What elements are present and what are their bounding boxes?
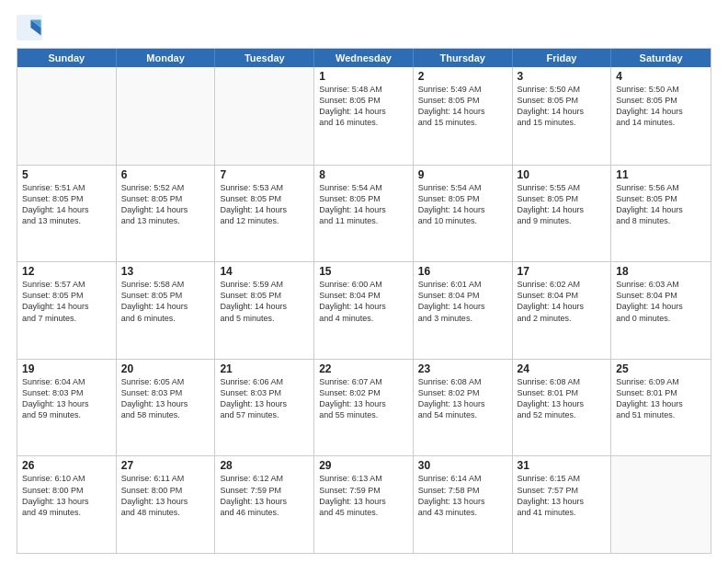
cal-cell: 11Sunrise: 5:56 AM Sunset: 8:05 PM Dayli… — [611, 166, 711, 262]
cell-day-number: 19 — [22, 362, 111, 375]
cell-day-number: 30 — [418, 459, 507, 472]
week-row-5: 26Sunrise: 6:10 AM Sunset: 8:00 PM Dayli… — [17, 455, 711, 553]
header-cell-thursday: Thursday — [414, 49, 513, 67]
cell-info: Sunrise: 6:12 AM Sunset: 7:59 PM Dayligh… — [220, 473, 309, 518]
cell-info: Sunrise: 5:58 AM Sunset: 8:05 PM Dayligh… — [121, 279, 210, 324]
cal-cell: 26Sunrise: 6:10 AM Sunset: 8:00 PM Dayli… — [17, 456, 117, 553]
cal-cell: 10Sunrise: 5:55 AM Sunset: 8:05 PM Dayli… — [513, 166, 612, 262]
cal-cell: 25Sunrise: 6:09 AM Sunset: 8:01 PM Dayli… — [611, 360, 711, 456]
week-row-1: 1Sunrise: 5:48 AM Sunset: 8:05 PM Daylig… — [17, 67, 711, 165]
header-cell-sunday: Sunday — [17, 49, 117, 67]
cell-day-number: 21 — [220, 362, 309, 375]
calendar: SundayMondayTuesdayWednesdayThursdayFrid… — [17, 48, 711, 554]
cal-cell — [611, 456, 711, 553]
cal-cell: 24Sunrise: 6:08 AM Sunset: 8:01 PM Dayli… — [513, 360, 612, 456]
cell-info: Sunrise: 6:08 AM Sunset: 8:01 PM Dayligh… — [518, 376, 607, 421]
header-cell-tuesday: Tuesday — [215, 49, 314, 67]
header-cell-wednesday: Wednesday — [314, 49, 414, 67]
cell-info: Sunrise: 6:11 AM Sunset: 8:00 PM Dayligh… — [121, 473, 210, 518]
calendar-header-row: SundayMondayTuesdayWednesdayThursdayFrid… — [17, 49, 711, 67]
cell-day-number: 15 — [319, 265, 408, 278]
cell-info: Sunrise: 6:00 AM Sunset: 8:04 PM Dayligh… — [319, 279, 408, 324]
cal-cell — [117, 67, 216, 165]
cal-cell: 28Sunrise: 6:12 AM Sunset: 7:59 PM Dayli… — [215, 456, 314, 553]
cell-info: Sunrise: 5:54 AM Sunset: 8:05 PM Dayligh… — [418, 182, 507, 227]
cal-cell: 14Sunrise: 5:59 AM Sunset: 8:05 PM Dayli… — [215, 262, 314, 359]
header-cell-monday: Monday — [117, 49, 216, 67]
cell-info: Sunrise: 6:06 AM Sunset: 8:03 PM Dayligh… — [220, 376, 309, 421]
cell-info: Sunrise: 6:09 AM Sunset: 8:01 PM Dayligh… — [616, 376, 706, 421]
cal-cell: 12Sunrise: 5:57 AM Sunset: 8:05 PM Dayli… — [17, 262, 117, 359]
cell-day-number: 24 — [518, 362, 607, 375]
cal-cell: 7Sunrise: 5:53 AM Sunset: 8:05 PM Daylig… — [215, 166, 314, 262]
cell-day-number: 9 — [418, 168, 507, 181]
cell-info: Sunrise: 6:05 AM Sunset: 8:03 PM Dayligh… — [121, 376, 210, 421]
cell-day-number: 16 — [418, 265, 507, 278]
cal-cell: 20Sunrise: 6:05 AM Sunset: 8:03 PM Dayli… — [117, 360, 216, 456]
cell-day-number: 23 — [418, 362, 507, 375]
header-cell-saturday: Saturday — [611, 49, 711, 67]
cell-info: Sunrise: 5:55 AM Sunset: 8:05 PM Dayligh… — [518, 182, 607, 227]
cell-day-number: 28 — [220, 459, 309, 472]
cal-cell: 4Sunrise: 5:50 AM Sunset: 8:05 PM Daylig… — [611, 67, 711, 165]
cell-info: Sunrise: 6:04 AM Sunset: 8:03 PM Dayligh… — [22, 376, 111, 421]
cell-info: Sunrise: 6:07 AM Sunset: 8:02 PM Dayligh… — [319, 376, 408, 421]
cal-cell: 29Sunrise: 6:13 AM Sunset: 7:59 PM Dayli… — [314, 456, 414, 553]
page: SundayMondayTuesdayWednesdayThursdayFrid… — [0, 0, 728, 563]
week-row-4: 19Sunrise: 6:04 AM Sunset: 8:03 PM Dayli… — [17, 359, 711, 456]
cell-day-number: 8 — [319, 168, 408, 181]
cell-info: Sunrise: 6:15 AM Sunset: 7:57 PM Dayligh… — [518, 473, 607, 518]
cell-day-number: 31 — [518, 459, 607, 472]
cal-cell — [17, 67, 117, 165]
cell-day-number: 10 — [518, 168, 607, 181]
cell-info: Sunrise: 6:02 AM Sunset: 8:04 PM Dayligh… — [518, 279, 607, 324]
week-row-2: 5Sunrise: 5:51 AM Sunset: 8:05 PM Daylig… — [17, 165, 711, 262]
cell-info: Sunrise: 5:53 AM Sunset: 8:05 PM Dayligh… — [220, 182, 309, 227]
cell-day-number: 4 — [616, 70, 706, 83]
cell-day-number: 2 — [418, 70, 507, 83]
cell-info: Sunrise: 6:14 AM Sunset: 7:58 PM Dayligh… — [418, 473, 507, 518]
week-row-3: 12Sunrise: 5:57 AM Sunset: 8:05 PM Dayli… — [17, 261, 711, 359]
cell-info: Sunrise: 5:56 AM Sunset: 8:05 PM Dayligh… — [616, 182, 706, 227]
cell-day-number: 11 — [616, 168, 706, 181]
cal-cell: 22Sunrise: 6:07 AM Sunset: 8:02 PM Dayli… — [314, 360, 414, 456]
cell-day-number: 25 — [616, 362, 706, 375]
cal-cell: 2Sunrise: 5:49 AM Sunset: 8:05 PM Daylig… — [414, 67, 513, 165]
cal-cell: 3Sunrise: 5:50 AM Sunset: 8:05 PM Daylig… — [513, 67, 612, 165]
cell-day-number: 17 — [518, 265, 607, 278]
cell-info: Sunrise: 6:13 AM Sunset: 7:59 PM Dayligh… — [319, 473, 408, 518]
cell-info: Sunrise: 5:50 AM Sunset: 8:05 PM Dayligh… — [616, 84, 706, 129]
cell-info: Sunrise: 5:50 AM Sunset: 8:05 PM Dayligh… — [518, 84, 607, 129]
logo-icon — [17, 15, 42, 40]
cal-cell: 1Sunrise: 5:48 AM Sunset: 8:05 PM Daylig… — [314, 67, 414, 165]
cal-cell: 27Sunrise: 6:11 AM Sunset: 8:00 PM Dayli… — [117, 456, 216, 553]
cell-info: Sunrise: 6:08 AM Sunset: 8:02 PM Dayligh… — [418, 376, 507, 421]
cal-cell — [215, 67, 314, 165]
cell-day-number: 12 — [22, 265, 111, 278]
cell-day-number: 6 — [121, 168, 210, 181]
cell-day-number: 26 — [22, 459, 111, 472]
cal-cell: 31Sunrise: 6:15 AM Sunset: 7:57 PM Dayli… — [513, 456, 612, 553]
cell-day-number: 3 — [518, 70, 607, 83]
cell-day-number: 13 — [121, 265, 210, 278]
cell-info: Sunrise: 5:51 AM Sunset: 8:05 PM Dayligh… — [22, 182, 111, 227]
cell-info: Sunrise: 5:57 AM Sunset: 8:05 PM Dayligh… — [22, 279, 111, 324]
cell-day-number: 1 — [319, 70, 408, 83]
calendar-body: 1Sunrise: 5:48 AM Sunset: 8:05 PM Daylig… — [17, 67, 711, 553]
cal-cell: 19Sunrise: 6:04 AM Sunset: 8:03 PM Dayli… — [17, 360, 117, 456]
cell-info: Sunrise: 5:59 AM Sunset: 8:05 PM Dayligh… — [220, 279, 309, 324]
cal-cell: 13Sunrise: 5:58 AM Sunset: 8:05 PM Dayli… — [117, 262, 216, 359]
cell-info: Sunrise: 6:01 AM Sunset: 8:04 PM Dayligh… — [418, 279, 507, 324]
cell-day-number: 20 — [121, 362, 210, 375]
cell-day-number: 18 — [616, 265, 706, 278]
cell-info: Sunrise: 5:52 AM Sunset: 8:05 PM Dayligh… — [121, 182, 210, 227]
cal-cell: 23Sunrise: 6:08 AM Sunset: 8:02 PM Dayli… — [414, 360, 513, 456]
cal-cell: 6Sunrise: 5:52 AM Sunset: 8:05 PM Daylig… — [117, 166, 216, 262]
cell-day-number: 27 — [121, 459, 210, 472]
cell-info: Sunrise: 5:48 AM Sunset: 8:05 PM Dayligh… — [319, 84, 408, 129]
cal-cell: 8Sunrise: 5:54 AM Sunset: 8:05 PM Daylig… — [314, 166, 414, 262]
cell-day-number: 14 — [220, 265, 309, 278]
cell-day-number: 29 — [319, 459, 408, 472]
cal-cell: 9Sunrise: 5:54 AM Sunset: 8:05 PM Daylig… — [414, 166, 513, 262]
cal-cell: 21Sunrise: 6:06 AM Sunset: 8:03 PM Dayli… — [215, 360, 314, 456]
